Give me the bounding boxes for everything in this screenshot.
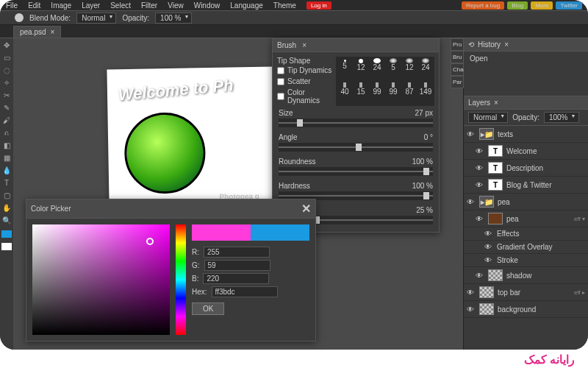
ok-button[interactable]: OK: [192, 302, 224, 315]
eraser-tool-icon[interactable]: ◧: [1, 140, 12, 150]
menu-file[interactable]: File: [6, 1, 18, 10]
toolbar: ✥ ▭ ◌ ✧ ✂ ✎ 🖌 ⎌ ◧ ▦ 💧 T ▢ ✋ 🔍: [0, 38, 13, 350]
layer-row[interactable]: 👁TBlog & Twitter: [464, 177, 588, 194]
shape-tool-icon[interactable]: ▢: [1, 190, 12, 200]
marquee-tool-icon[interactable]: ▭: [1, 52, 12, 63]
layer-row[interactable]: 👁TWelcome: [464, 143, 588, 160]
visibility-icon[interactable]: 👁: [476, 181, 484, 189]
effect-toggle-icon[interactable]: 👁: [484, 256, 493, 264]
g-input[interactable]: [204, 260, 270, 271]
blend-mode-dropdown[interactable]: Normal: [76, 13, 116, 24]
visibility-icon[interactable]: 👁: [467, 305, 476, 314]
layers-close-icon[interactable]: ×: [494, 99, 498, 107]
hue-slider[interactable]: [176, 224, 186, 335]
sidetab-properties[interactable]: Pro: [451, 38, 464, 51]
brush-tip-grid[interactable]: 5 12 24 5 12 24 40 15 99 99 87 149: [336, 57, 434, 106]
layer-row[interactable]: 👁shadow: [464, 267, 588, 284]
menu-image[interactable]: Image: [51, 1, 71, 10]
foreground-color-swatch[interactable]: [1, 230, 12, 238]
sidetab-character[interactable]: Cha: [451, 63, 464, 76]
move-tool-icon[interactable]: ✥: [1, 40, 12, 50]
clone-tool-icon[interactable]: ⎌: [1, 127, 12, 138]
link-more[interactable]: More: [531, 1, 553, 10]
sidetab-paragraph[interactable]: Par: [451, 76, 464, 88]
tab-close-icon[interactable]: ×: [51, 28, 55, 36]
type-tool-icon[interactable]: T: [1, 177, 12, 188]
document-tabs: pea.psd ×: [0, 25, 588, 38]
visibility-icon[interactable]: 👁: [476, 272, 484, 280]
layer-row[interactable]: 👁top bar eff ▸: [464, 284, 588, 301]
menu-window[interactable]: Window: [194, 1, 220, 10]
color-dynamics-checkbox[interactable]: Color Dynamics: [277, 87, 336, 106]
link-twitter[interactable]: Twitter: [556, 1, 582, 10]
r-input[interactable]: [204, 247, 270, 258]
visibility-icon[interactable]: 👁: [476, 164, 484, 172]
effects-indicator[interactable]: eff ▸: [574, 289, 585, 296]
layers-list: 👁▸📁texts 👁TWelcome 👁TDescription 👁TBlog …: [464, 126, 588, 318]
login-button[interactable]: Log in: [306, 1, 331, 10]
effect-toggle-icon[interactable]: 👁: [484, 230, 493, 238]
brush-preview-icon[interactable]: [15, 13, 24, 22]
lasso-tool-icon[interactable]: ◌: [1, 65, 12, 75]
effect-toggle-icon[interactable]: 👁: [484, 243, 493, 251]
brush-panel-close-icon[interactable]: ×: [302, 41, 306, 49]
menu-filter[interactable]: Filter: [141, 1, 157, 10]
layer-row[interactable]: 👁Stroke: [464, 254, 588, 267]
layer-row[interactable]: 👁▸📁texts: [464, 126, 588, 143]
crop-tool-icon[interactable]: ✂: [1, 90, 12, 100]
hex-input[interactable]: [212, 286, 278, 297]
visibility-icon[interactable]: 👁: [467, 130, 476, 138]
history-close-icon[interactable]: ×: [504, 40, 509, 49]
layer-row[interactable]: 👁Gradient Overlay: [464, 241, 588, 254]
color-picker-close-icon[interactable]: ✕: [301, 202, 311, 216]
slider-roundness[interactable]: Roundness100 %: [277, 155, 434, 179]
visibility-icon[interactable]: 👁: [476, 147, 484, 155]
history-item[interactable]: Open: [470, 54, 582, 63]
zoom-tool-icon[interactable]: 🔍: [1, 215, 12, 225]
layer-opacity-dropdown[interactable]: 100%: [544, 112, 579, 123]
eyedropper-tool-icon[interactable]: ✎: [1, 102, 12, 113]
scatter-checkbox[interactable]: Scatter: [277, 76, 336, 87]
tab-pea-psd[interactable]: pea.psd ×: [13, 26, 61, 38]
link-report-bug[interactable]: Report a bug: [462, 1, 504, 10]
layer-name: texts: [498, 130, 513, 138]
right-dock: Pro Bru Cha Par ⟲ History × Open Layers …: [463, 38, 588, 350]
layer-row[interactable]: 👁background: [464, 301, 588, 318]
visibility-icon[interactable]: 👁: [476, 215, 484, 223]
hand-tool-icon[interactable]: ✋: [1, 202, 12, 213]
visibility-icon[interactable]: 👁: [467, 198, 476, 206]
effects-indicator[interactable]: eff ▾: [574, 216, 585, 222]
options-bar: Blend Mode: Normal Opacity: 100 %: [0, 10, 588, 25]
tip-shape-label[interactable]: Tip Shape: [277, 57, 336, 65]
visibility-icon[interactable]: 👁: [467, 289, 476, 297]
layer-row[interactable]: 👁pea eff ▾: [464, 210, 588, 227]
brush-tool-icon[interactable]: 🖌: [1, 115, 12, 125]
menu-select[interactable]: Select: [110, 1, 131, 10]
tip-dynamics-checkbox[interactable]: Tip Dynamics: [277, 65, 336, 76]
wand-tool-icon[interactable]: ✧: [1, 77, 12, 88]
slider-size[interactable]: Size27 px: [277, 106, 434, 130]
menu-theme[interactable]: Theme: [273, 1, 296, 10]
menu-view[interactable]: View: [168, 1, 184, 10]
background-color-swatch[interactable]: [1, 243, 12, 250]
green-sphere: [123, 112, 206, 194]
layer-row[interactable]: 👁TDescription: [464, 160, 588, 177]
slider-angle[interactable]: Angle0 °: [277, 130, 434, 155]
menu-language[interactable]: Language: [230, 1, 263, 10]
undo-icon[interactable]: ⟲: [468, 40, 474, 49]
sidetab-brush[interactable]: Bru: [451, 51, 464, 63]
layer-row[interactable]: 👁Effects: [464, 227, 588, 241]
link-blog[interactable]: Blog: [507, 1, 528, 10]
opacity-dropdown[interactable]: 100 %: [155, 13, 192, 24]
blur-tool-icon[interactable]: 💧: [1, 165, 12, 175]
saturation-lightness-picker[interactable]: [32, 224, 170, 335]
layer-blend-dropdown[interactable]: Normal: [468, 112, 508, 123]
gradient-tool-icon[interactable]: ▦: [1, 152, 12, 163]
old-color-swatch: [251, 224, 309, 241]
layers-panel-title: Layers: [468, 99, 490, 107]
hex-label: Hex:: [192, 288, 207, 296]
menu-layer[interactable]: Layer: [82, 1, 100, 10]
layer-row[interactable]: 👁▸📁pea: [464, 194, 588, 210]
menu-edit[interactable]: Edit: [28, 1, 40, 10]
b-input[interactable]: [203, 273, 269, 284]
